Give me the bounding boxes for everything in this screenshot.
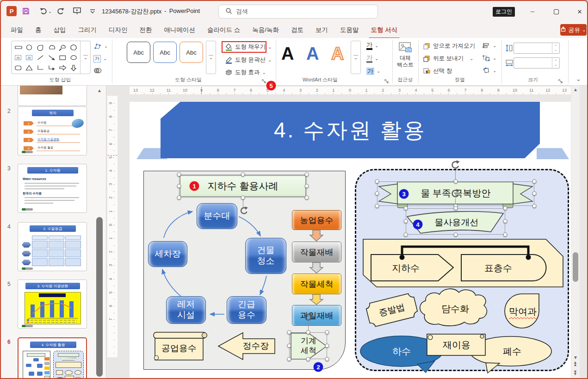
shape-gallery-scroll[interactable]: ⌄ (80, 41, 91, 74)
surface-water-label[interactable]: 표층수 (464, 256, 533, 280)
vertical-textbox-icon[interactable]: 가 (24, 52, 35, 62)
minimize-button[interactable]: ─ (527, 6, 538, 17)
search-input[interactable]: 검색 (218, 5, 378, 19)
selection-handle[interactable] (404, 233, 408, 237)
shape-width-input[interactable]: ⌃⌄ (514, 57, 560, 68)
textbox-icon[interactable]: 가 (12, 52, 24, 62)
teardrop-shape-icon[interactable] (35, 42, 46, 52)
rotate-handle-icon[interactable] (450, 188, 461, 201)
selection-handle[interactable] (454, 233, 458, 237)
canvas-scrollbar-thumb[interactable] (573, 252, 578, 282)
bring-forward-button[interactable]: 앞으로 가져오기⌄ (423, 42, 485, 50)
node-crop-cultivation[interactable]: 작물재배 (292, 242, 341, 262)
selection-handle[interactable] (241, 196, 245, 200)
thumbnail-slide-3[interactable]: 1. 수자원 Water resources 한국의 수자원 (18, 164, 87, 213)
undo-icon[interactable] (39, 7, 48, 17)
thumbnail-slide-4[interactable]: 2. 수질등급 (18, 222, 87, 271)
canvas-scroll-down-icon[interactable]: ▼ (573, 355, 578, 360)
selection-handle[interactable] (503, 233, 508, 237)
selection-handle[interactable] (532, 180, 537, 184)
canvas-scrollbar-track[interactable] (571, 86, 580, 379)
groundwater-label[interactable]: 지하수 (373, 256, 438, 280)
quick-access-customize-icon[interactable] (89, 7, 96, 17)
width-step-down[interactable]: ⌄ (555, 63, 557, 67)
draw-textbox-button[interactable]: 가 ⌄ (93, 55, 107, 62)
selection-handle[interactable] (503, 206, 508, 211)
edit-shape-button[interactable]: ⌄ (93, 43, 108, 50)
shape-style-preset-1[interactable]: Abc (127, 42, 150, 63)
next-slide-button[interactable]: ▼▼ (573, 371, 577, 375)
shape-styles-dialog-launcher-icon[interactable] (261, 77, 267, 83)
arrow-line-shape-icon[interactable] (46, 52, 57, 62)
send-backward-button[interactable]: 뒤로 보내기⌄ (423, 55, 473, 62)
selection-handle[interactable] (241, 173, 245, 177)
wordart-preset-2[interactable]: A (306, 45, 319, 62)
tab-파일[interactable]: 파일 (5, 23, 29, 37)
node-emergency[interactable]: 긴급 용수 (227, 296, 266, 324)
align-objects-button[interactable]: ⌄ (482, 42, 496, 49)
selection-handle[interactable] (404, 206, 408, 211)
tab-녹음/녹화[interactable]: 녹음/녹화 (246, 23, 285, 37)
size-dialog-launcher-icon[interactable] (558, 77, 563, 83)
merge-shapes-button[interactable] (93, 67, 104, 74)
wordart-preset-3[interactable]: A (331, 45, 344, 62)
selection-handle[interactable] (306, 330, 310, 335)
selection-handle[interactable] (375, 192, 379, 196)
tab-슬라이드 쇼[interactable]: 슬라이드 쇼 (201, 23, 246, 37)
selection-pane-button[interactable]: 선택 창 (423, 67, 452, 75)
selection-handle[interactable] (325, 330, 329, 335)
previous-slide-button[interactable]: ▲▲ (573, 361, 577, 366)
share-button[interactable]: 공유 ⌄ (560, 24, 587, 36)
selection-handle[interactable] (325, 357, 329, 361)
heptagon-shape-icon[interactable] (68, 42, 79, 52)
thumbnail-slide-5[interactable]: 3. 수자원 이용변화 (18, 280, 87, 329)
selection-handle[interactable] (532, 192, 537, 196)
redo-icon[interactable] (56, 7, 65, 17)
save-icon[interactable] (22, 7, 30, 17)
tab-삽입[interactable]: 삽입 (48, 23, 72, 37)
shape-outline-button[interactable]: 도형 윤곽선⌄ (225, 56, 272, 64)
tab-애니메이션[interactable]: 애니메이션 (158, 23, 202, 37)
height-step-up[interactable]: ⌃ (555, 44, 557, 48)
powerpoint-logo-icon[interactable]: P (6, 6, 17, 16)
rotate-handle-icon[interactable] (450, 160, 461, 173)
selection-handle[interactable] (375, 180, 379, 184)
node-plant-label[interactable]: 정수장 (235, 337, 277, 355)
cloud-shape-icon[interactable] (46, 42, 57, 52)
node-fruit-cultivation[interactable]: 과일재배 (292, 305, 341, 326)
group-objects-button[interactable]: ⌄ (482, 55, 496, 62)
oval-shape-icon[interactable] (68, 52, 79, 62)
tab-디자인[interactable]: 디자인 (103, 23, 134, 37)
height-step-down[interactable]: ⌄ (555, 48, 557, 52)
slide-title[interactable]: 4. 수자원 활용 (161, 112, 540, 149)
tab-그리기[interactable]: 그리기 (72, 23, 103, 37)
undo-dropdown-icon[interactable]: ⌄ (48, 9, 52, 14)
alt-text-button[interactable]: 대체 텍스트 (395, 42, 415, 74)
line-shape-icon[interactable] (35, 52, 46, 62)
shape-height-input[interactable]: ⌃⌄ (514, 43, 560, 54)
thumbnails-scrollbar-thumb[interactable] (96, 217, 103, 377)
rotate-objects-button[interactable]: ⌄ (482, 67, 496, 74)
node-carwash[interactable]: 세차장 (148, 241, 187, 267)
collapse-ribbon-icon[interactable]: ⌄ (576, 76, 581, 82)
elbow-connector-shape-icon[interactable] (35, 62, 46, 73)
tab-도형 서식[interactable]: 도형 서식 (365, 23, 404, 37)
tab-홈[interactable]: 홈 (29, 23, 48, 37)
text-effects-button[interactable]: 가 ⌄ (366, 68, 380, 75)
selection-handle[interactable] (375, 204, 379, 208)
node-industrial-water-label[interactable]: 공업용수 (155, 339, 204, 358)
wordart-scroll[interactable]: ⌄ (351, 41, 361, 74)
horizontal-scroll-shape-icon[interactable] (12, 42, 24, 52)
membrane-label[interactable]: 막여과 (501, 303, 545, 320)
selection-handle[interactable] (532, 204, 537, 208)
shape-style-preset-2[interactable]: Abc (153, 42, 177, 63)
selection-handle[interactable] (287, 344, 291, 348)
node-leisure[interactable]: 레저 시설 (166, 296, 206, 324)
selection-handle[interactable] (305, 196, 309, 200)
text-fill-button[interactable]: 가 ⌄ (366, 42, 378, 50)
selection-handle[interactable] (306, 357, 310, 361)
wordart-dialog-launcher-icon[interactable] (384, 77, 390, 83)
cloud-callout-shape-icon[interactable] (57, 42, 68, 52)
node-crop-washing[interactable]: 작물세척 (292, 273, 341, 294)
thumbnail-slide-2[interactable]: 목차 1 수자원 2 수질등급 3 수자원 이용변화 4 수자원 활용 (18, 106, 87, 155)
